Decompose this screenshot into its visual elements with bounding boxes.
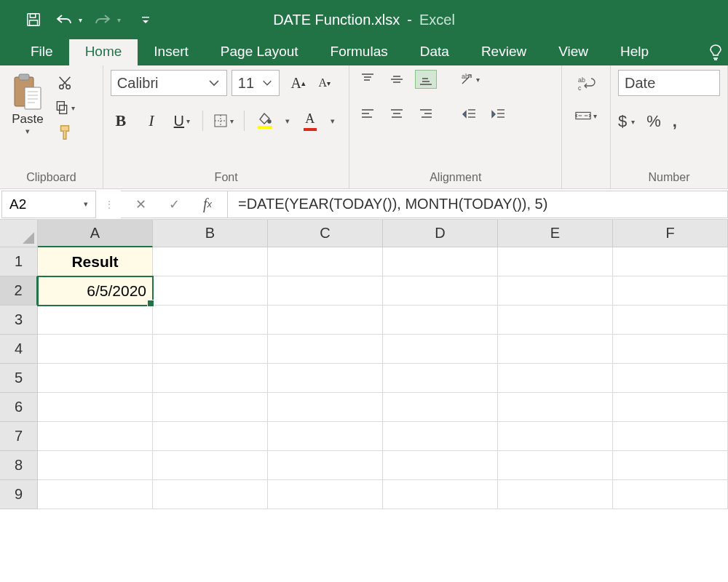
cell-D3[interactable] bbox=[383, 306, 498, 335]
cell-B6[interactable] bbox=[153, 393, 268, 422]
cell-B9[interactable] bbox=[153, 480, 268, 509]
tab-formulas[interactable]: Formulas bbox=[314, 38, 404, 65]
row-header-6[interactable]: 6 bbox=[0, 393, 38, 422]
cell-E7[interactable] bbox=[498, 422, 613, 451]
name-box[interactable]: A2 ▾ bbox=[1, 191, 96, 218]
tab-view[interactable]: View bbox=[542, 38, 604, 65]
cell-A2[interactable]: 6/5/2020 bbox=[38, 276, 153, 306]
cell-E1[interactable] bbox=[498, 247, 613, 276]
cell-A5[interactable] bbox=[38, 364, 153, 393]
tab-insert[interactable]: Insert bbox=[138, 38, 205, 65]
col-header-C[interactable]: C bbox=[268, 220, 383, 247]
decrease-indent-icon[interactable] bbox=[459, 105, 480, 124]
align-bottom-icon[interactable] bbox=[415, 70, 437, 89]
wrap-text-icon[interactable]: abc bbox=[575, 74, 597, 93]
cell-D1[interactable] bbox=[383, 247, 498, 276]
cell-A8[interactable] bbox=[38, 451, 153, 480]
copy-icon[interactable]: ▾ bbox=[54, 99, 76, 116]
col-header-A[interactable]: A bbox=[38, 220, 153, 247]
formula-bar-drag-icon[interactable]: ⋮ bbox=[98, 199, 121, 210]
italic-button[interactable]: I bbox=[141, 111, 162, 131]
name-box-dropdown-icon[interactable]: ▾ bbox=[84, 199, 88, 209]
merge-center-icon[interactable]: ▾ bbox=[575, 106, 597, 125]
cell-B2[interactable] bbox=[153, 276, 268, 306]
tab-page-layout[interactable]: Page Layout bbox=[205, 38, 314, 65]
tab-data[interactable]: Data bbox=[404, 38, 465, 65]
orientation-icon[interactable]: ab▾ bbox=[459, 70, 480, 89]
row-header-3[interactable]: 3 bbox=[0, 306, 38, 335]
tab-review[interactable]: Review bbox=[465, 38, 542, 65]
cell-B4[interactable] bbox=[153, 335, 268, 364]
cell-C2[interactable] bbox=[268, 276, 383, 306]
increase-font-icon[interactable]: A▴ bbox=[288, 73, 309, 93]
cell-B8[interactable] bbox=[153, 451, 268, 480]
cell-C9[interactable] bbox=[268, 480, 383, 509]
cell-C8[interactable] bbox=[268, 451, 383, 480]
col-header-E[interactable]: E bbox=[498, 220, 613, 247]
cell-D6[interactable] bbox=[383, 393, 498, 422]
increase-indent-icon[interactable] bbox=[488, 105, 510, 124]
cell-D5[interactable] bbox=[383, 364, 498, 393]
align-center-icon[interactable] bbox=[386, 105, 408, 124]
cell-A9[interactable] bbox=[38, 480, 153, 509]
row-header-9[interactable]: 9 bbox=[0, 480, 38, 509]
percent-button[interactable]: % bbox=[646, 112, 661, 131]
tab-file[interactable]: File bbox=[15, 38, 69, 65]
save-icon[interactable] bbox=[23, 9, 44, 30]
cell-C7[interactable] bbox=[268, 422, 383, 451]
cell-A6[interactable] bbox=[38, 393, 153, 422]
undo-icon[interactable] bbox=[54, 9, 74, 30]
row-header-5[interactable]: 5 bbox=[0, 364, 38, 393]
cell-B1[interactable] bbox=[153, 247, 268, 276]
cell-F1[interactable] bbox=[613, 247, 728, 276]
cell-E2[interactable] bbox=[498, 276, 613, 306]
insert-function-icon[interactable]: fx bbox=[198, 195, 217, 214]
format-painter-icon[interactable] bbox=[54, 124, 76, 141]
qat-customize-icon[interactable] bbox=[135, 9, 156, 30]
font-name-combo[interactable]: Calibri bbox=[111, 70, 227, 96]
cell-E9[interactable] bbox=[498, 480, 613, 509]
font-size-combo[interactable]: 11 bbox=[232, 70, 280, 96]
col-header-F[interactable]: F bbox=[613, 220, 728, 247]
paste-button[interactable]: Paste ▾ bbox=[7, 70, 48, 136]
number-format-combo[interactable]: Date bbox=[618, 70, 720, 96]
cell-D8[interactable] bbox=[383, 451, 498, 480]
undo-dropdown-icon[interactable]: ▾ bbox=[79, 16, 82, 24]
align-middle-icon[interactable] bbox=[386, 70, 408, 89]
align-left-icon[interactable] bbox=[357, 105, 379, 124]
row-header-1[interactable]: 1 bbox=[0, 247, 38, 276]
row-header-8[interactable]: 8 bbox=[0, 451, 38, 480]
cell-F7[interactable] bbox=[613, 422, 728, 451]
cell-D9[interactable] bbox=[383, 480, 498, 509]
fill-color-button[interactable] bbox=[255, 111, 275, 131]
cell-E6[interactable] bbox=[498, 393, 613, 422]
font-color-button[interactable]: A bbox=[300, 111, 320, 131]
cell-C4[interactable] bbox=[268, 335, 383, 364]
cancel-formula-icon[interactable]: ✕ bbox=[131, 195, 150, 214]
cell-C6[interactable] bbox=[268, 393, 383, 422]
cell-F2[interactable] bbox=[613, 276, 728, 306]
cell-E5[interactable] bbox=[498, 364, 613, 393]
row-header-2[interactable]: 2 bbox=[0, 276, 38, 306]
align-right-icon[interactable] bbox=[415, 105, 437, 124]
cell-A4[interactable] bbox=[38, 335, 153, 364]
align-top-icon[interactable] bbox=[357, 70, 379, 89]
cell-F9[interactable] bbox=[613, 480, 728, 509]
cell-F5[interactable] bbox=[613, 364, 728, 393]
tab-home[interactable]: Home bbox=[69, 38, 138, 65]
cut-icon[interactable] bbox=[54, 74, 76, 92]
cell-A3[interactable] bbox=[38, 306, 153, 335]
cell-A7[interactable] bbox=[38, 422, 153, 451]
select-all-corner[interactable] bbox=[0, 220, 38, 247]
cell-F6[interactable] bbox=[613, 393, 728, 422]
col-header-B[interactable]: B bbox=[153, 220, 268, 247]
cell-D2[interactable] bbox=[383, 276, 498, 306]
cell-D4[interactable] bbox=[383, 335, 498, 364]
cell-A1[interactable]: Result bbox=[38, 247, 153, 276]
decrease-font-icon[interactable]: A▾ bbox=[314, 73, 335, 93]
cell-C1[interactable] bbox=[268, 247, 383, 276]
cell-B3[interactable] bbox=[153, 306, 268, 335]
cell-D7[interactable] bbox=[383, 422, 498, 451]
cell-E4[interactable] bbox=[498, 335, 613, 364]
tell-me-icon[interactable] bbox=[703, 44, 728, 65]
